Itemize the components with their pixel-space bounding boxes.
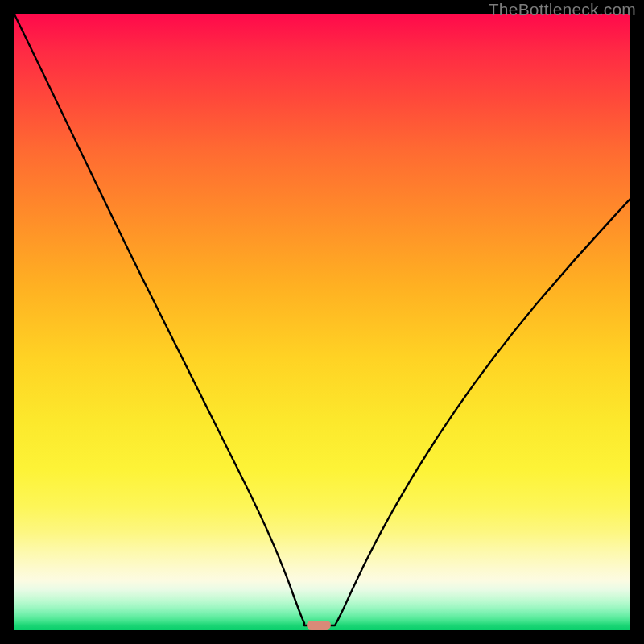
bottleneck-curve	[14, 14, 630, 630]
curve-path	[14, 14, 630, 625]
optimal-marker	[307, 621, 331, 630]
plot-area	[14, 14, 630, 630]
watermark-text: TheBottleneck.com	[489, 0, 636, 19]
chart-stage: TheBottleneck.com	[0, 0, 644, 644]
